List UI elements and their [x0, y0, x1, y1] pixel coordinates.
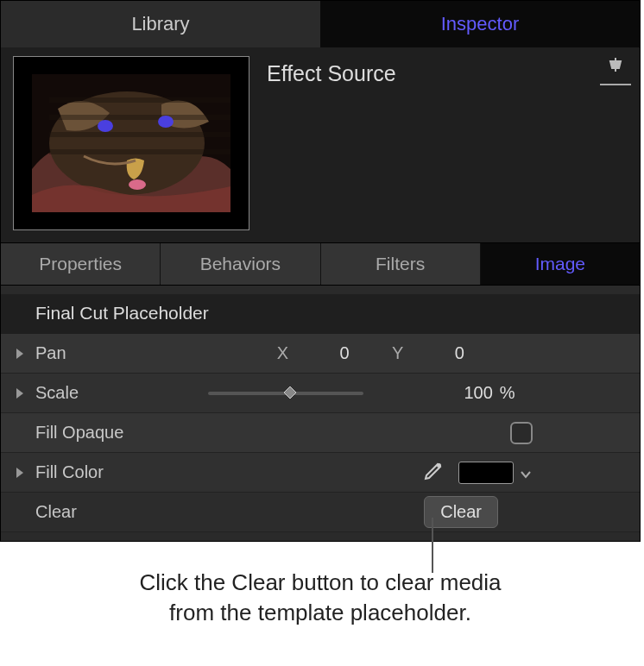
preview-area: Effect Source [1, 47, 640, 242]
section-title: Final Cut Placeholder [1, 294, 640, 334]
eyedropper-icon[interactable] [420, 462, 443, 484]
disclosure-icon[interactable] [13, 386, 27, 400]
svg-point-5 [437, 463, 441, 468]
svg-point-3 [158, 116, 174, 128]
pan-y-value[interactable]: 0 [446, 343, 472, 363]
tab-image[interactable]: Image [481, 243, 640, 285]
param-fill-opaque: Fill Opaque [1, 413, 640, 453]
callout-line [432, 518, 433, 573]
annotation-callout: Click the Clear button to clear media fr… [0, 542, 641, 628]
svg-point-2 [98, 120, 113, 132]
param-scale: Scale 100 % [1, 374, 640, 413]
param-clear: Clear Clear [1, 493, 640, 532]
pan-x-label: X [277, 343, 288, 363]
pan-y-label: Y [392, 343, 403, 363]
disclosure-icon[interactable] [13, 466, 27, 480]
effect-source-title: Effect Source [267, 56, 396, 230]
image-params: Final Cut Placeholder Pan X 0 Y 0 [1, 286, 640, 541]
top-tabs: Library Inspector [1, 1, 640, 47]
pan-x-value[interactable]: 0 [331, 343, 357, 363]
tab-behaviors[interactable]: Behaviors [161, 243, 320, 285]
param-fill-color: Fill Color [1, 453, 640, 493]
param-pan: Pan X 0 Y 0 [1, 334, 640, 374]
scale-slider[interactable] [208, 392, 363, 395]
fill-opaque-checkbox[interactable] [510, 422, 533, 444]
inspector-sub-tabs: Properties Behaviors Filters Image [1, 242, 640, 286]
scale-unit: % [500, 383, 515, 403]
pan-label: Pan [35, 343, 182, 363]
fill-color-well[interactable] [458, 462, 514, 484]
scale-value[interactable]: 100 [464, 383, 492, 403]
annotation-text: Click the Clear button to clear media fr… [139, 568, 502, 628]
inspector-panel: Library Inspector [0, 0, 641, 542]
tab-library[interactable]: Library [1, 1, 320, 47]
fill-color-label: Fill Color [35, 462, 182, 482]
tab-inspector[interactable]: Inspector [320, 1, 640, 47]
pin-icon[interactable] [607, 56, 624, 80]
thumbnail-image [32, 74, 230, 212]
clear-button[interactable]: Clear [424, 496, 498, 528]
chevron-down-icon[interactable] [519, 466, 533, 480]
svg-point-4 [129, 179, 146, 190]
pin-underline [600, 84, 631, 85]
tab-filters[interactable]: Filters [321, 243, 481, 285]
tab-properties[interactable]: Properties [1, 243, 161, 285]
media-thumbnail[interactable] [13, 56, 249, 230]
slider-thumb-icon[interactable] [282, 385, 298, 400]
disclosure-icon[interactable] [13, 347, 27, 361]
clear-label: Clear [35, 502, 182, 522]
fill-opaque-label: Fill Opaque [35, 423, 182, 443]
scale-label: Scale [35, 383, 182, 403]
